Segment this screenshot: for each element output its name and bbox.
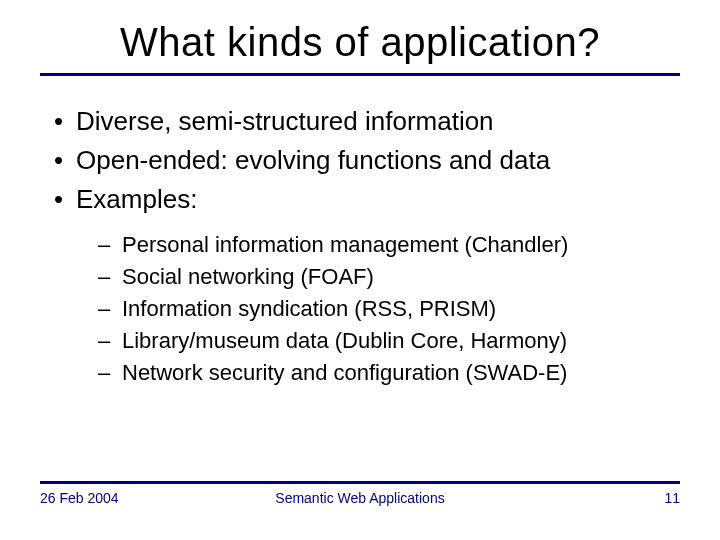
list-item: Network security and configuration (SWAD… — [98, 357, 680, 389]
sub-bullet-text: Personal information management (Chandle… — [122, 232, 568, 257]
sublist: Personal information management (Chandle… — [76, 229, 680, 388]
bullet-text: Open-ended: evolving functions and data — [76, 145, 550, 175]
bullet-text: Diverse, semi-structured information — [76, 106, 494, 136]
footer-area: 26 Feb 2004 Semantic Web Applications 11 — [0, 481, 720, 506]
bullet-list: Diverse, semi-structured information Ope… — [40, 104, 680, 389]
footer-date: 26 Feb 2004 — [40, 490, 119, 506]
sub-bullet-text: Information syndication (RSS, PRISM) — [122, 296, 496, 321]
list-item: Examples: Personal information managemen… — [40, 182, 680, 389]
list-item: Social networking (FOAF) — [98, 261, 680, 293]
sub-bullet-text: Network security and configuration (SWAD… — [122, 360, 567, 385]
slide-body: Diverse, semi-structured information Ope… — [0, 76, 720, 389]
list-item: Open-ended: evolving functions and data — [40, 143, 680, 178]
footer: 26 Feb 2004 Semantic Web Applications 11 — [0, 490, 720, 506]
list-item: Personal information management (Chandle… — [98, 229, 680, 261]
sub-bullet-text: Social networking (FOAF) — [122, 264, 374, 289]
list-item: Diverse, semi-structured information — [40, 104, 680, 139]
list-item: Library/museum data (Dublin Core, Harmon… — [98, 325, 680, 357]
bullet-text: Examples: — [76, 184, 197, 214]
list-item: Information syndication (RSS, PRISM) — [98, 293, 680, 325]
sub-bullet-text: Library/museum data (Dublin Core, Harmon… — [122, 328, 567, 353]
slide-number: 11 — [664, 490, 680, 506]
slide-title: What kinds of application? — [0, 0, 720, 73]
slide: What kinds of application? Diverse, semi… — [0, 0, 720, 540]
divider-bottom — [40, 481, 680, 484]
